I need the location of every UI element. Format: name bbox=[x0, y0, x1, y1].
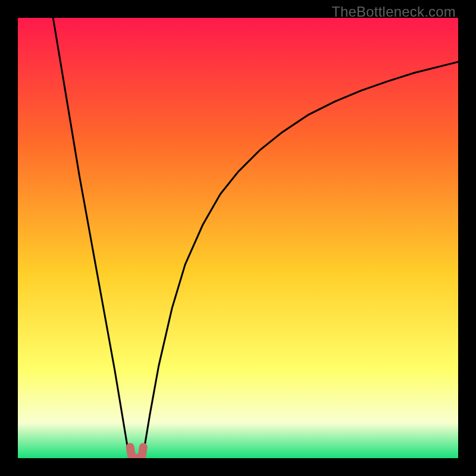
chart-svg bbox=[18, 18, 458, 458]
chart-area bbox=[18, 18, 458, 458]
gradient-background bbox=[18, 18, 458, 458]
